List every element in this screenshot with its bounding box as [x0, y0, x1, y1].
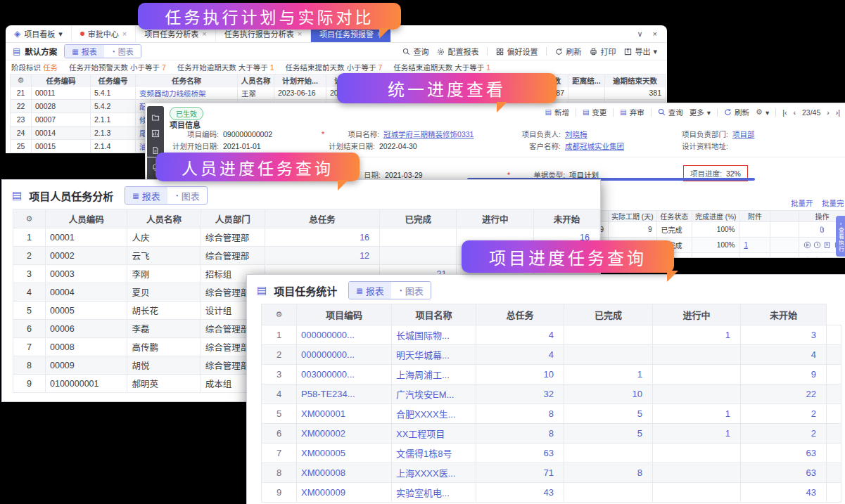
pager-first-button[interactable]: |‹ — [782, 108, 787, 117]
start-circle-icon[interactable] — [803, 257, 811, 258]
unaudit-button[interactable]: ▤弃审 — [620, 107, 644, 117]
table-row[interactable]: 4 P58-TE234... 广汽埃安EM... 32 10 22 — [262, 385, 841, 404]
filter-item[interactable]: 任务结束逾期天数 大于等于1 — [393, 62, 490, 72]
search-button[interactable]: 查询 — [658, 107, 683, 117]
window-close-icon[interactable]: × — [653, 30, 657, 38]
column-header[interactable]: 完成进度 (%) — [692, 211, 739, 222]
report-view-button[interactable]: ▦ 报表 — [349, 282, 390, 299]
change-button[interactable]: ▤变更 — [583, 107, 606, 117]
clock-circle-icon[interactable] — [813, 257, 821, 258]
column-header[interactable]: 已完成 — [380, 209, 457, 228]
column-header[interactable]: 任务状态 — [656, 211, 692, 222]
report-icon[interactable] — [823, 241, 831, 249]
preferences-button[interactable]: 偏好设置 — [496, 46, 538, 57]
start-circle-icon[interactable] — [803, 241, 811, 249]
column-header[interactable]: 进行中 — [653, 304, 741, 325]
attachment-count-link[interactable]: 1 — [744, 241, 748, 249]
column-header[interactable]: 距离结... — [568, 75, 605, 86]
print-button[interactable]: 打印 — [590, 46, 616, 57]
pager-last-button[interactable]: ›| — [836, 108, 840, 117]
settings-button[interactable]: ⚙▾ — [756, 108, 769, 117]
clock-circle-icon[interactable] — [813, 241, 821, 249]
column-header[interactable]: 项目编码 — [297, 304, 392, 325]
column-header[interactable]: 逾期结束天数 — [605, 75, 666, 86]
column-header[interactable]: 总任务 — [476, 304, 564, 325]
leader-link[interactable]: 刘晓梅 — [565, 129, 587, 139]
column-header[interactable]: 进行中 — [457, 209, 533, 228]
chart-view-button[interactable]: ◔ 图表 — [391, 282, 431, 299]
gear-icon[interactable]: ⚙ — [262, 304, 297, 325]
new-button[interactable]: ▤新增 — [545, 107, 568, 117]
view-toggle: ▦ 报表 ◔ 图表 — [64, 44, 141, 58]
column-header[interactable]: 计划开始... — [274, 75, 326, 86]
table-row[interactable]: 7 XM000005 文儒得1栋8号 63 63 — [262, 444, 841, 463]
window-collapse-icon[interactable]: ∨ — [637, 30, 643, 39]
table-row[interactable]: 3 003000000... 上海周浦工... 10 1 9 — [262, 365, 841, 385]
layers-icon: ◈ — [14, 29, 20, 39]
table-row[interactable]: 2 000000000... 明天华城幕... 4 4 — [262, 345, 841, 365]
column-header[interactable]: 人员部门 — [201, 209, 265, 228]
view-toggle: ▦ 报表 ◔ 图表 — [348, 281, 431, 299]
table-row[interactable]: 5 XM000001 合肥XXXX生... 8 5 1 2 — [262, 404, 841, 424]
table-row[interactable]: 1 000000000... 长城国际物... 4 1 3 — [262, 325, 841, 345]
filter-item[interactable]: 任务开始预警天数 小于等于7 — [69, 62, 166, 72]
filter-item[interactable]: 阶段标识任务 — [11, 62, 58, 72]
report-icon[interactable] — [823, 257, 831, 258]
close-icon[interactable]: × — [122, 30, 127, 38]
tab-approval-center[interactable]: 审批中心 × — [72, 25, 136, 42]
attachment-icon[interactable] — [833, 257, 841, 258]
caret-down-icon: ▾ — [707, 108, 711, 117]
dept-link[interactable]: 项目部 — [732, 129, 755, 139]
column-header[interactable]: 实际工期 (天) — [609, 211, 656, 222]
close-icon[interactable]: × — [202, 30, 206, 38]
pie-icon: ◔ — [111, 48, 115, 56]
search-button[interactable]: 查询 — [402, 46, 428, 57]
doc-icon: ▤ — [257, 284, 267, 297]
more-button[interactable]: 更多▾ — [690, 107, 711, 117]
column-header[interactable] — [770, 211, 799, 222]
column-header[interactable]: 任务编码 — [32, 75, 91, 86]
gear-icon[interactable]: ⚙ — [13, 209, 46, 228]
table-row[interactable]: 9 XM000009 实验室机电... 43 43 — [262, 483, 841, 503]
project-name-link[interactable]: 冠城学府三期精装修饰0331 — [383, 129, 474, 139]
table-row[interactable]: 8 XM000008 上海XXXX医... 71 8 63 — [262, 463, 841, 483]
column-header[interactable]: 任务名称 — [136, 75, 238, 86]
chart-view-button[interactable]: ◔ 图表 — [167, 187, 207, 204]
window-toolbar: 查询 配置报表 偏好设置 刷新 打印 — [402, 46, 660, 57]
export-button[interactable]: 导出 ▾ — [624, 46, 657, 57]
customer-link[interactable]: 成都冠城实业集团 — [565, 141, 624, 151]
column-header[interactable]: 任务编号 — [91, 75, 136, 86]
pager-prev-button[interactable]: ‹ — [793, 108, 796, 117]
column-header[interactable]: 总任务 — [265, 209, 379, 228]
column-header[interactable]: 未开始 — [741, 304, 827, 325]
attachment-icon[interactable] — [818, 226, 826, 233]
filter-item[interactable]: 任务开始逾期天数 大于等于1 — [177, 62, 274, 72]
table-row[interactable]: 6 XM000002 XX工程项目 8 5 1 2 — [262, 424, 841, 444]
pager-next-button[interactable]: › — [827, 108, 830, 117]
config-report-button[interactable]: 配置报表 — [437, 46, 478, 57]
column-header[interactable]: 已完成 — [564, 304, 653, 325]
callout-project-progress-query: 项目进度任务查询 — [462, 240, 674, 273]
default-scheme[interactable]: ▤ 默认方案 — [13, 46, 57, 57]
pane-title: 项目人员任务分析 — [29, 188, 113, 203]
column-header[interactable]: 未开始 — [533, 209, 599, 228]
gear-icon[interactable]: ⚙ — [11, 75, 32, 86]
chart-view-button[interactable]: ◔ 图表 — [104, 45, 141, 58]
report-view-button[interactable]: ▦ 报表 — [65, 45, 103, 58]
doc-icon: ▤ — [545, 108, 551, 116]
column-header[interactable]: 人员编码 — [45, 209, 127, 228]
close-icon[interactable]: × — [298, 30, 302, 38]
folder-icon[interactable] — [151, 113, 160, 122]
column-header[interactable]: 附件 — [739, 211, 770, 222]
column-header[interactable]: 项目名称 — [392, 304, 476, 325]
refresh-button[interactable]: 刷新 — [724, 107, 749, 117]
report-view-button[interactable]: ▦ 报表 — [125, 187, 167, 204]
doc-icon: ▤ — [13, 46, 20, 56]
side-tab-view-execution[interactable]: › 查看执行 — [836, 216, 845, 257]
refresh-button[interactable]: 刷新 — [555, 46, 581, 57]
filter-item[interactable]: 任务结束提前天数 小于等于7 — [286, 62, 383, 72]
filter-summary-row: 阶段标识任务 任务开始预警天数 小于等于7 任务开始逾期天数 大于等于1 任务结… — [6, 60, 667, 74]
tab-project-kanban[interactable]: ◈ 项目看板 ▾ — [6, 25, 72, 42]
column-header[interactable]: 人员名称 — [127, 209, 201, 228]
column-header[interactable]: 人员名称 — [238, 75, 274, 86]
